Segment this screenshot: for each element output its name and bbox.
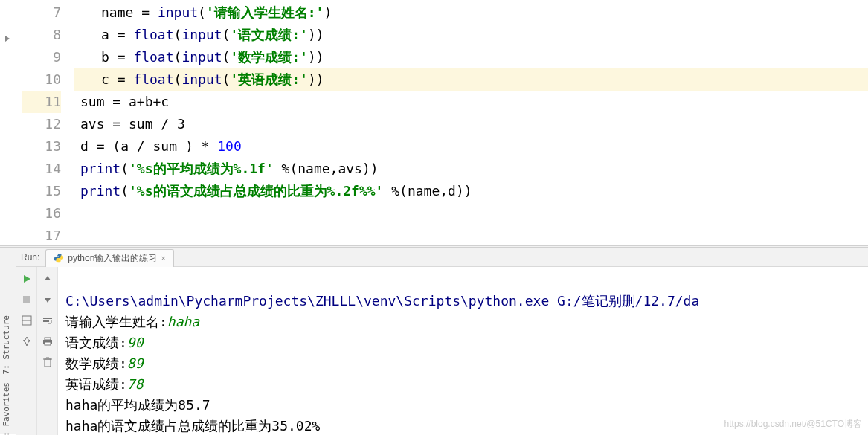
svg-rect-9: [45, 342, 51, 345]
run-label: Run:: [16, 252, 45, 262]
code-line: print('%s的语文成绩占总成绩的比重为%.2f%%' %(name,d)): [74, 180, 868, 202]
line-number-gutter: 7 8 9 10 11 12 13 14 15 16 17: [22, 0, 74, 245]
code-line: print('%s的平均成绩为%.1f' %(name,avs)): [74, 158, 868, 180]
code-line: name = input('请输入学生姓名:'): [74, 1, 868, 24]
soft-wrap-button[interactable]: [40, 313, 55, 328]
line-number: 15: [22, 180, 61, 202]
line-number: 9: [22, 46, 61, 68]
console-stdout: haha的语文成绩占总成绩的比重为35.02%: [65, 418, 320, 434]
line-number: 14: [22, 158, 61, 180]
delete-button[interactable]: [40, 355, 55, 370]
svg-point-1: [60, 261, 60, 262]
code-line-active: c = float(input('英语成绩:')): [74, 68, 868, 91]
console-prompt: 英语成绩:: [65, 376, 127, 392]
run-tab[interactable]: python输入输出的练习 ×: [45, 249, 173, 267]
layout-button[interactable]: [19, 313, 34, 328]
scroll-down-button[interactable]: [40, 292, 55, 307]
line-number: 12: [22, 113, 61, 135]
console-prompt: 数学成绩:: [65, 355, 127, 371]
console-user-input: haha: [167, 314, 199, 329]
structure-toolwindow-button[interactable]: 7: Structure: [1, 315, 11, 374]
line-number: 16: [22, 202, 61, 225]
svg-point-0: [57, 254, 58, 255]
line-number: 11: [22, 91, 61, 113]
console-command: C:\Users\admin\PycharmProjects\ZHLLL\ven…: [65, 293, 699, 309]
run-toolbar-primary: [16, 267, 37, 435]
pin-button[interactable]: [19, 334, 34, 349]
python-file-icon: [54, 253, 64, 263]
fold-icon[interactable]: [4, 36, 10, 42]
code-line: d = (a / sum ) * 100: [74, 135, 868, 158]
run-tab-title: python输入输出的练习: [68, 252, 157, 265]
line-number: 13: [22, 135, 61, 158]
console-prompt: 请输入学生姓名:: [65, 314, 167, 329]
close-icon[interactable]: ×: [161, 254, 165, 262]
console-stdout: haha的平均成绩为85.7: [65, 397, 210, 413]
code-editor: 7 8 9 10 11 12 13 14 15 16 17 name = inp…: [0, 0, 868, 245]
code-text-area[interactable]: name = input('请输入学生姓名:') a = float(input…: [74, 0, 868, 245]
console-user-input: 89: [127, 355, 144, 371]
code-line: a = float(input('语文成绩:')): [74, 24, 868, 46]
run-toolbar-secondary: [37, 267, 58, 435]
svg-rect-5: [43, 318, 52, 319]
left-toolwindow-stripe: 7: Structure 2: Favorites: [0, 248, 16, 434]
code-line: sum = a+b+c: [74, 91, 868, 113]
favorites-toolwindow-button[interactable]: 2: Favorites: [1, 382, 11, 435]
svg-rect-10: [45, 359, 51, 367]
code-line: b = float(input('数学成绩:')): [74, 46, 868, 68]
console-prompt: 语文成绩:: [65, 335, 127, 350]
console-user-input: 78: [127, 376, 144, 392]
watermark: https://blog.csdn.net/@51CTO博客: [724, 418, 862, 431]
run-tabbar: Run: python输入输出的练习 ×: [16, 248, 868, 267]
line-number: 8: [22, 24, 61, 46]
code-line: avs = sum / 3: [74, 113, 868, 135]
print-button[interactable]: [40, 334, 55, 349]
line-number: 10: [22, 68, 61, 91]
svg-rect-7: [45, 338, 51, 340]
svg-rect-2: [23, 296, 30, 303]
svg-rect-6: [43, 320, 49, 322]
run-tool-window: 7: Structure 2: Favorites Run: python输入输…: [0, 248, 868, 434]
console-output[interactable]: C:\Users\admin\PycharmProjects\ZHLLL\ven…: [58, 267, 868, 435]
line-number: 17: [22, 225, 61, 247]
rerun-button[interactable]: [19, 271, 34, 286]
editor-gutter-folding: [0, 0, 22, 245]
console-user-input: 90: [127, 335, 144, 350]
stop-button[interactable]: [19, 292, 34, 307]
line-number: 7: [22, 1, 61, 24]
scroll-up-button[interactable]: [40, 271, 55, 286]
